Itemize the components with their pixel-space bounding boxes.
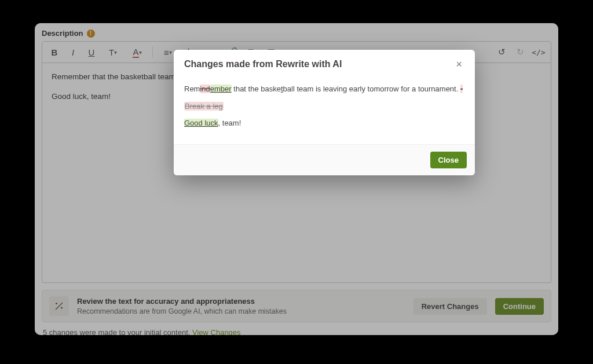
diff-line: Good luck, team! xyxy=(184,117,464,129)
modal-body: Remindember that the basketball team is … xyxy=(174,73,475,145)
changes-modal: Changes made from Rewrite with AI × Remi… xyxy=(174,50,475,175)
modal-title: Changes made from Rewrite with AI xyxy=(184,59,453,69)
close-icon[interactable]: × xyxy=(453,59,464,69)
diff-line: Break a leg xyxy=(184,101,464,112)
modal-close-button[interactable]: Close xyxy=(430,152,467,168)
diff-line: Remindember that the basketball team is … xyxy=(184,83,464,95)
